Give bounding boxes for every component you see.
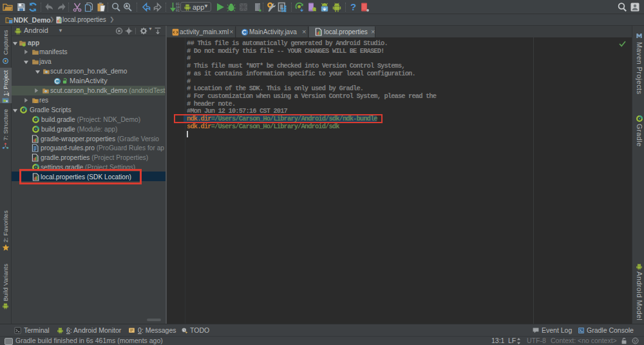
svg-text:01: 01 [176, 8, 180, 12]
